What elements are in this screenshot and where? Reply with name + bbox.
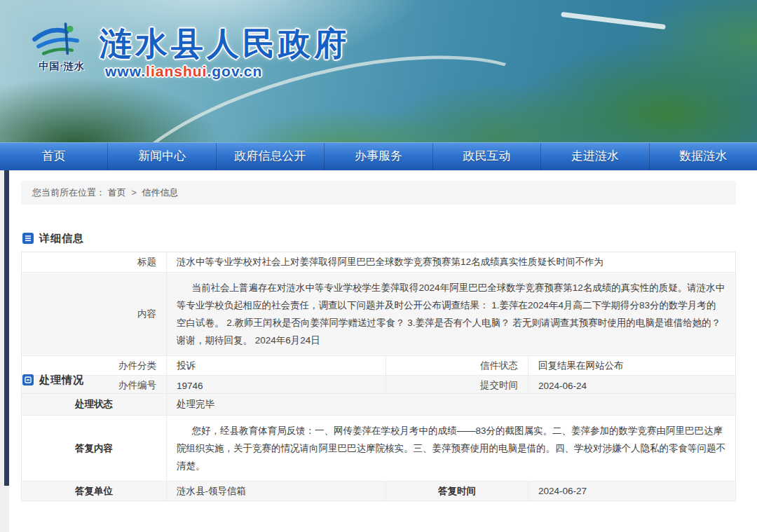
table-row: 处理状态 处理完毕 [22,394,735,416]
breadcrumb-prefix: 您当前所在位置： [32,187,105,198]
site-logo: 中国·涟水 [27,20,97,73]
table-row: 答复单位 涟水县-领导信箱 答复时间 2024-06-27 [22,482,735,500]
document-icon [22,233,34,244]
nav-item-data[interactable]: 数据涟水 [650,143,757,170]
main-nav: 首页 新闻中心 政府信息公开 办事服务 政民互动 走进涟水 数据涟水 [0,142,757,170]
url-suffix: .gov.cn [207,63,262,79]
logo-mark-icon [29,20,94,60]
nav-item-interaction[interactable]: 政民互动 [433,143,541,170]
detail-section-header: 详细信息 [21,229,736,248]
reply-unit-label: 答复单位 [22,482,167,500]
title-value: 涟水中等专业学校对社会上对姜萍取得阿里巴巴全球数学竞赛预赛第12名成绩真实性质疑… [167,252,735,272]
breadcrumb: 您当前所在位置： 首页 > 信件信息 [21,181,736,205]
table-row: 标题 涟水中等专业学校对社会上对姜萍取得阿里巴巴全球数学竞赛预赛第12名成绩真实… [22,252,735,273]
reply-content-label: 答复内容 [22,416,167,481]
logo-caption: 中国·涟水 [27,60,97,73]
header-banner: 中国·涟水 涟水县人民政府 www.lianshui.gov.cn [0,0,757,142]
process-state-value: 处理完毕 [167,394,735,415]
reply-time-label: 答复时间 [386,482,528,500]
reply-icon [22,374,34,386]
breadcrumb-current-link[interactable]: 信件信息 [142,187,178,198]
left-scrollbar-thumb[interactable] [4,170,9,486]
url-www: www. [105,63,146,79]
title-label: 标题 [22,252,167,272]
left-scrollbar-track[interactable] [0,170,9,532]
process-table: 处理状态 处理完毕 答复内容 您好，经县教育体育局反馈：一、网传姜萍在学校月考中… [21,393,736,501]
detail-section-title: 详细信息 [39,232,84,245]
nav-item-news[interactable]: 新闻中心 [108,143,216,170]
url-domain: lianshui [146,63,207,79]
reply-unit-value: 涟水县-领导信箱 [167,482,386,500]
content-label: 内容 [22,273,167,355]
banner-bridge-decor [561,12,666,29]
reply-time-value: 2024-06-27 [528,482,735,500]
content-value: 当前社会上普遍存在对涟水中等专业学校学生姜萍取得2024年阿里巴巴全球数学竞赛预… [167,273,735,355]
nav-item-about[interactable]: 走进涟水 [541,143,649,170]
table-row: 内容 当前社会上普遍存在对涟水中等专业学校学生姜萍取得2024年阿里巴巴全球数学… [22,273,735,356]
breadcrumb-home-link[interactable]: 首页 [108,187,126,198]
process-section: 处理情况 处理状态 处理完毕 答复内容 您好，经县教育体育局反馈：一、网传姜萍在… [21,370,736,501]
nav-item-home[interactable]: 首页 [0,143,108,170]
nav-item-gov-info[interactable]: 政府信息公开 [217,143,325,170]
process-state-label: 处理状态 [22,394,167,415]
breadcrumb-separator: > [131,187,137,198]
table-row: 答复内容 您好，经县教育体育局反馈：一、网传姜萍在学校月考中的成绩——83分的截… [22,416,735,482]
process-section-header: 处理情况 [21,370,736,390]
site-url: www.lianshui.gov.cn [105,63,262,80]
process-section-title: 处理情况 [39,374,84,387]
site-title: 涟水县人民政府 [100,22,350,66]
nav-item-services[interactable]: 办事服务 [325,143,432,170]
reply-content-value: 您好，经县教育体育局反馈：一、网传姜萍在学校月考中的成绩——83分的截图属实。二… [167,416,735,481]
